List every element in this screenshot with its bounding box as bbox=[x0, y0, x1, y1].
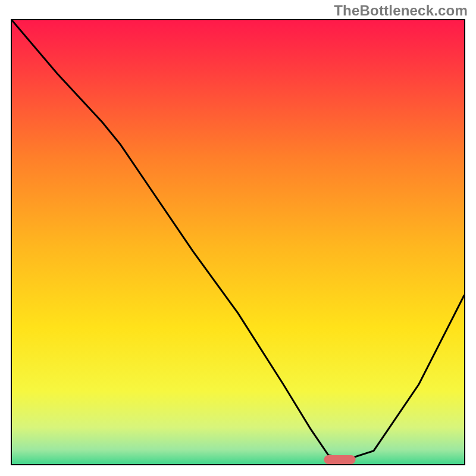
heat-gradient-background bbox=[12, 20, 464, 465]
plot-area bbox=[11, 19, 465, 465]
svg-rect-0 bbox=[12, 20, 464, 465]
watermark-text: TheBottleneck.com bbox=[334, 2, 468, 19]
